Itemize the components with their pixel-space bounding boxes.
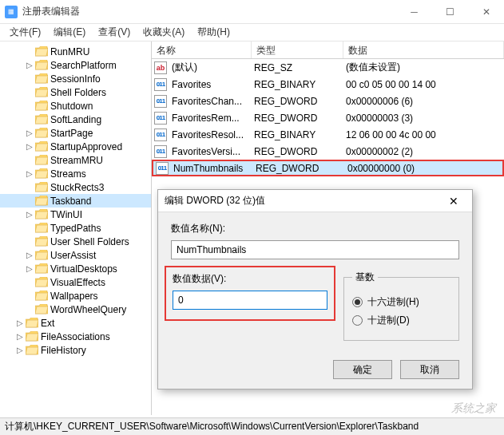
cell-type: REG_DWORD bbox=[252, 96, 343, 107]
tree-item[interactable]: ▷TWinUI bbox=[0, 208, 151, 221]
list-row[interactable]: 011NumThumbnailsREG_DWORD0x00000000 (0) bbox=[152, 160, 504, 176]
tree-expander-icon[interactable]: ▷ bbox=[24, 142, 35, 151]
menu-edit[interactable]: 编辑(E) bbox=[47, 24, 92, 41]
value-name-label: 数值名称(N): bbox=[171, 222, 459, 235]
value-data-group: 数值数据(V): bbox=[165, 266, 335, 321]
tree-label: WordWheelQuery bbox=[50, 304, 126, 315]
list-row[interactable]: 011FavoritesResol...REG_BINARY12 06 00 0… bbox=[152, 126, 504, 143]
tree-label: UserAssist bbox=[50, 250, 96, 261]
cell-type: REG_DWORD bbox=[253, 163, 345, 174]
col-data[interactable]: 数据 bbox=[343, 42, 504, 58]
list-row[interactable]: 011FavoritesVersi...REG_DWORD0x00000002 … bbox=[152, 143, 504, 160]
tree-label: VirtualDesktops bbox=[50, 263, 117, 275]
col-type[interactable]: 类型 bbox=[252, 42, 343, 58]
tree-item[interactable]: WordWheelQuery bbox=[0, 303, 151, 316]
tree-item[interactable]: ▷FileHistory bbox=[0, 343, 151, 357]
tree-label: StartupApproved bbox=[50, 141, 122, 152]
menu-help[interactable]: 帮助(H) bbox=[191, 24, 236, 41]
tree-label: TypedPaths bbox=[50, 223, 101, 234]
folder-icon bbox=[26, 345, 38, 355]
tree-item[interactable]: StuckRects3 bbox=[0, 180, 151, 194]
tree-item[interactable]: TypedPaths bbox=[0, 221, 151, 235]
tree-item[interactable]: ▷Streams bbox=[0, 167, 151, 180]
minimize-button[interactable]: ─ bbox=[396, 0, 432, 24]
tree-expander-icon[interactable]: ▷ bbox=[24, 264, 35, 273]
list-header: 名称 类型 数据 bbox=[152, 42, 504, 59]
cell-data: 00 c0 05 00 00 14 00 bbox=[343, 79, 504, 90]
list-row[interactable]: ab(默认)REG_SZ(数值未设置) bbox=[152, 59, 504, 76]
tree-expander-icon[interactable]: ▷ bbox=[14, 318, 26, 327]
status-path: 计算机\HKEY_CURRENT_USER\Software\Microsoft… bbox=[5, 420, 419, 433]
tree-expander-icon[interactable]: ▷ bbox=[24, 61, 35, 69]
cell-name: FavoritesRem... bbox=[169, 113, 252, 124]
tree-expander-icon[interactable]: ▷ bbox=[24, 210, 35, 219]
close-button[interactable]: ✕ bbox=[468, 0, 504, 24]
cancel-button[interactable]: 取消 bbox=[400, 360, 459, 379]
ok-button[interactable]: 确定 bbox=[333, 360, 392, 379]
radio-dec-label: 十进制(D) bbox=[367, 314, 410, 327]
folder-icon bbox=[35, 128, 48, 138]
tree-label: StreamMRU bbox=[50, 155, 103, 166]
tree-pane[interactable]: RunMRU▷SearchPlatformSessionInfoShell Fo… bbox=[0, 42, 152, 415]
list-row[interactable]: 011FavoritesREG_BINARY00 c0 05 00 00 14 … bbox=[152, 76, 504, 93]
value-binary-icon: 011 bbox=[154, 78, 167, 91]
tree-item[interactable]: SoftLanding bbox=[0, 113, 151, 126]
menu-favorites[interactable]: 收藏夹(A) bbox=[137, 24, 191, 41]
value-name-input[interactable] bbox=[171, 240, 459, 259]
value-data-input[interactable] bbox=[173, 291, 327, 310]
col-name[interactable]: 名称 bbox=[152, 42, 252, 58]
dialog-close-button[interactable]: ✕ bbox=[442, 190, 466, 212]
tree-item[interactable]: StreamMRU bbox=[0, 153, 151, 167]
cell-name: FavoritesVersi... bbox=[169, 146, 252, 157]
base-legend: 基数 bbox=[352, 271, 378, 284]
tree-expander-icon[interactable]: ▷ bbox=[24, 251, 35, 259]
menu-file[interactable]: 文件(F) bbox=[3, 24, 47, 41]
tree-expander-icon[interactable]: ▷ bbox=[24, 169, 35, 178]
tree-label: Shutdown bbox=[50, 101, 93, 112]
tree-item[interactable]: SessionInfo bbox=[0, 72, 151, 85]
tree-label: VisualEffects bbox=[50, 277, 105, 288]
value-binary-icon: 011 bbox=[156, 162, 169, 175]
value-binary-icon: 011 bbox=[154, 112, 167, 125]
tree-item[interactable]: VisualEffects bbox=[0, 275, 151, 289]
folder-icon bbox=[35, 60, 48, 70]
tree-expander-icon[interactable]: ▷ bbox=[24, 129, 35, 137]
folder-icon bbox=[35, 114, 48, 125]
tree-item[interactable]: ▷FileAssociations bbox=[0, 330, 151, 343]
tree-expander-icon[interactable]: ▷ bbox=[14, 332, 26, 341]
tree-label: Taskband bbox=[50, 196, 91, 207]
tree-item[interactable]: ▷StartPage bbox=[0, 126, 151, 140]
folder-icon bbox=[35, 141, 48, 152]
tree-item[interactable]: RunMRU bbox=[0, 45, 151, 58]
folder-icon bbox=[35, 291, 48, 301]
list-row[interactable]: 011FavoritesRem...REG_DWORD0x00000003 (3… bbox=[152, 109, 504, 126]
tree-label: FileHistory bbox=[41, 345, 86, 356]
tree-item[interactable]: User Shell Folders bbox=[0, 235, 151, 248]
tree-item[interactable]: Shell Folders bbox=[0, 85, 151, 99]
maximize-button[interactable]: ☐ bbox=[432, 0, 468, 24]
radio-dec[interactable]: 十进制(D) bbox=[352, 314, 450, 327]
tree-item[interactable]: ▷Ext bbox=[0, 316, 151, 330]
tree-item[interactable]: ▷VirtualDesktops bbox=[0, 262, 151, 275]
tree-item[interactable]: Shutdown bbox=[0, 99, 151, 113]
list-row[interactable]: 011FavoritesChan...REG_DWORD0x00000006 (… bbox=[152, 93, 504, 109]
tree-item[interactable]: ▷StartupApproved bbox=[0, 140, 151, 153]
folder-icon bbox=[35, 87, 48, 97]
tree-label: Streams bbox=[50, 168, 86, 180]
tree-item[interactable]: Taskband bbox=[0, 194, 151, 208]
tree-label: SessionInfo bbox=[50, 73, 101, 85]
base-fieldset: 基数 十六进制(H) 十进制(D) bbox=[343, 271, 459, 341]
tree-item[interactable]: ▷SearchPlatform bbox=[0, 58, 151, 72]
folder-icon bbox=[35, 73, 48, 84]
folder-icon bbox=[35, 223, 48, 233]
edit-dword-dialog: 编辑 DWORD (32 位)值 ✕ 数值名称(N): 数值数据(V): 基数 … bbox=[157, 189, 473, 390]
tree-label: User Shell Folders bbox=[50, 236, 129, 247]
menu-view[interactable]: 查看(V) bbox=[92, 24, 137, 41]
tree-expander-icon[interactable]: ▷ bbox=[14, 346, 26, 354]
tree-item[interactable]: ▷UserAssist bbox=[0, 248, 151, 262]
tree-label: TWinUI bbox=[50, 209, 82, 220]
cell-type: REG_DWORD bbox=[252, 146, 343, 157]
tree-item[interactable]: Wallpapers bbox=[0, 289, 151, 303]
radio-hex[interactable]: 十六进制(H) bbox=[352, 295, 450, 309]
tree-label: SoftLanding bbox=[50, 114, 101, 125]
